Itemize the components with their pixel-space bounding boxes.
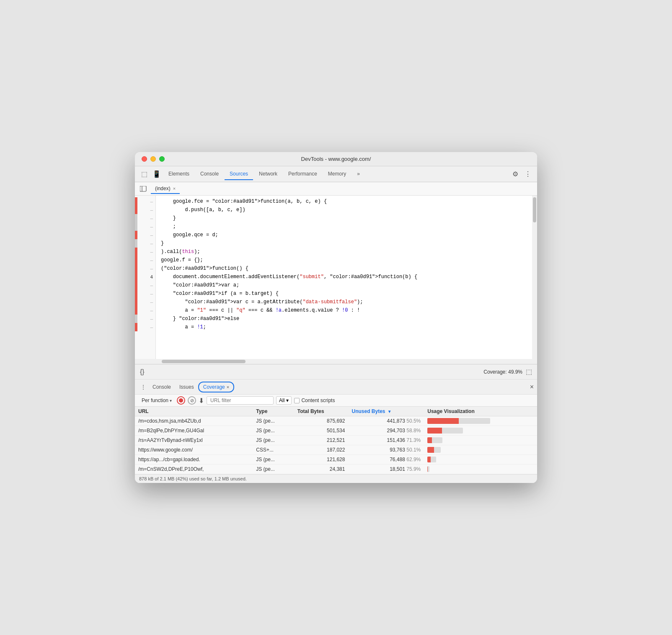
vertical-scrollbar[interactable] [532,196,537,359]
bottom-panel: {} Coverage: 49.9% ⬚ ⋮ Console Issues Co… [135,364,537,483]
col-type[interactable]: Type [253,407,294,416]
bottom-tab-console[interactable]: Console [148,382,175,392]
col-unused-bytes[interactable]: Unused Bytes ▼ [348,407,424,416]
bottom-more-icon[interactable]: ⋮ [138,382,148,392]
gutter-line: – [135,315,155,323]
record-button[interactable] [177,396,185,405]
gutter-line: – [135,264,155,273]
usage-bar-container [427,466,429,472]
table-row[interactable]: /m=CnSW2d,DPreE,P10Owf,JS (pe...24,38118… [135,465,537,474]
tab-console[interactable]: Console [195,168,224,180]
cell-url: /m=B2qlPe,DhPYme,GU4Gal [135,426,253,436]
cell-type: JS (pe... [253,455,294,465]
cell-total-bytes: 501,534 [294,426,349,436]
curly-braces-icon[interactable]: {} [140,368,145,376]
download-button[interactable]: ⬇ [199,397,204,405]
coverage-table: URL Type Total Bytes Unused Bytes ▼ Usag… [135,407,537,474]
tab-performance[interactable]: Performance [283,168,322,180]
cell-usage-viz [424,465,537,474]
content-scripts-checkbox[interactable] [294,398,300,403]
cell-usage-viz [424,445,537,455]
gutter-line: – [135,306,155,315]
code-content[interactable]: google.fce = "color:#aa0d91">function(a,… [156,196,532,359]
coverage-indicator-red [135,306,137,315]
tab-memory[interactable]: Memory [323,168,351,180]
code-line: } [161,239,532,248]
per-function-dropdown[interactable]: Per function ▾ [139,397,174,404]
col-total-bytes[interactable]: Total Bytes [294,407,349,416]
chevron-down-icon: ▾ [170,398,172,403]
tab-network[interactable]: Network [254,168,282,180]
code-line: document.documentElement.addEventListene… [161,273,532,281]
code-area: –––––––––4–––––– google.fce = "color:#aa… [135,196,537,359]
close-button[interactable] [142,156,147,162]
status-bar: 878 kB of 2.1 MB (42%) used so far, 1.2 … [135,474,537,483]
table-row[interactable]: /m=B2qlPe,DhPYme,GU4GalJS (pe...501,5342… [135,426,537,436]
cell-usage-viz [424,455,537,465]
h-scroll-thumb[interactable] [162,360,246,363]
table-header-row: URL Type Total Bytes Unused Bytes ▼ Usag… [135,407,537,416]
table-row[interactable]: https://www.google.com/CSS+...187,02293,… [135,445,537,455]
coverage-indicator-red [135,206,137,214]
cell-unused-bytes: 151,436 71.3% [348,436,424,445]
cell-url: https://ap.../cb=gapi.loaded. [135,455,253,465]
code-line: ; [161,222,532,231]
url-filter-input[interactable] [207,396,274,405]
inspect-element-icon[interactable]: ⬚ [138,168,150,180]
coverage-indicator-red [135,264,137,273]
panel-tab-index[interactable]: (index) × [151,184,180,194]
cell-url: /m=cdos,hsm,jsa,mb4ZUb,d [135,416,253,426]
minimize-button[interactable] [150,156,156,162]
coverage-indicator-red [135,231,137,239]
tab-sources[interactable]: Sources [225,168,253,180]
cell-type: JS (pe... [253,416,294,426]
bottom-tab-issues[interactable]: Issues [175,382,198,392]
filter-dropdown[interactable]: All ▾ [276,396,292,405]
tab-overflow[interactable]: » [352,168,365,180]
cell-unused-bytes: 18,501 75.9% [348,465,424,474]
device-toolbar-icon[interactable]: 📱 [151,168,163,180]
screenshot-icon[interactable]: ⬚ [526,368,532,376]
code-line: google.fce = "color:#aa0d91">function(a,… [161,197,532,206]
cell-usage-viz [424,436,537,445]
gutter-line: – [135,281,155,289]
usage-bar-container [427,428,463,434]
usage-bar-used [427,466,428,472]
filter-label: All [279,398,284,403]
code-line: } "color:#aa0d91">else [161,315,532,323]
sidebar-toggle-icon[interactable] [138,184,148,194]
table-row[interactable]: /m=cdos,hsm,jsa,mb4ZUb,dJS (pe...875,692… [135,416,537,426]
coverage-indicator-red [135,298,137,306]
scroll-thumb[interactable] [533,197,536,222]
table-row[interactable]: https://ap.../cb=gapi.loaded.JS (pe...12… [135,455,537,465]
more-icon[interactable]: ⋮ [522,168,534,180]
cell-total-bytes: 187,022 [294,445,349,455]
bottom-tab-coverage[interactable]: Coverage × [198,382,234,392]
panel-tab-close-icon[interactable]: × [173,186,176,191]
coverage-indicator-red [135,289,137,298]
gutter-line: – [135,197,155,206]
col-url[interactable]: URL [135,407,253,416]
gutter-line: – [135,222,155,231]
bottom-close-icon[interactable]: × [530,383,534,391]
code-line: } [161,214,532,222]
coverage-table-wrapper[interactable]: URL Type Total Bytes Unused Bytes ▼ Usag… [135,407,537,474]
cell-usage-viz [424,426,537,436]
bottom-toolbar: {} Coverage: 49.9% ⬚ [135,364,537,379]
settings-icon[interactable]: ⚙ [509,168,521,180]
gutter-line: – [135,256,155,264]
cell-url: /rs=AA2YrTvBynad-nWEy1xl [135,436,253,445]
code-line: ("color:#aa0d91">function() { [161,264,532,273]
clear-button[interactable]: ⊘ [188,396,196,405]
table-row[interactable]: /rs=AA2YrTvBynad-nWEy1xlJS (pe...212,521… [135,436,537,445]
title-bar: DevTools - www.google.com/ [135,152,537,166]
horizontal-scrollbar[interactable] [135,359,537,364]
filter-chevron-icon: ▾ [286,398,289,403]
line-gutter: –––––––––4–––––– [135,196,156,359]
content-scripts-label: Content scripts [301,398,335,403]
per-function-label: Per function [142,398,168,403]
maximize-button[interactable] [159,156,165,162]
coverage-tab-close[interactable]: × [227,385,229,390]
tab-elements[interactable]: Elements [163,168,194,180]
clear-icon: ⊘ [190,398,194,403]
